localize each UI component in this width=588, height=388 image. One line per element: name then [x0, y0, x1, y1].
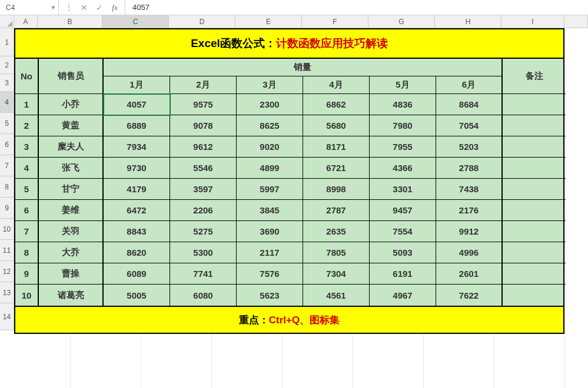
cell-name-2[interactable]: 黄盖 [39, 115, 104, 136]
column-header-F[interactable]: F [302, 15, 368, 28]
cell-name-7[interactable]: 关羽 [39, 221, 104, 242]
row-header-4[interactable]: 4 [0, 92, 14, 113]
header-salesperson[interactable]: 销售员 [39, 59, 104, 94]
row-header-2[interactable]: 2 [0, 56, 14, 74]
header-month-2[interactable]: 2月 [170, 76, 237, 94]
cell-r2-m3[interactable]: 8625 [237, 115, 303, 136]
header-remark[interactable]: 备注 [503, 59, 566, 94]
formula-input[interactable]: 4057 [125, 0, 588, 15]
header-month-1[interactable]: 1月 [104, 76, 170, 94]
row-header-3[interactable]: 3 [0, 74, 14, 92]
cell-r1-m4[interactable]: 6862 [303, 94, 370, 115]
cell-r1-m5[interactable]: 4836 [370, 94, 436, 115]
header-month-3[interactable]: 3月 [237, 76, 303, 94]
row-header-5[interactable]: 5 [0, 113, 14, 134]
header-sales[interactable]: 销量 [104, 59, 503, 76]
cell-remark-6[interactable] [503, 200, 566, 221]
cell-remark-10[interactable] [503, 285, 566, 306]
cell-r6-m2[interactable]: 2206 [170, 200, 237, 221]
cell-no-6[interactable]: 6 [15, 200, 39, 221]
enter-icon[interactable]: ✓ [92, 0, 107, 15]
cell-no-2[interactable]: 2 [15, 115, 39, 136]
column-header-H[interactable]: H [435, 15, 501, 28]
cell-r3-m6[interactable]: 5203 [436, 136, 503, 158]
cell-r8-m3[interactable]: 2117 [237, 242, 303, 263]
expand-icon[interactable]: ⋮ [61, 0, 77, 15]
cell-r8-m4[interactable]: 7805 [303, 242, 370, 263]
cell-r7-m4[interactable]: 2635 [303, 221, 370, 242]
header-no[interactable]: No [15, 59, 39, 94]
cell-r4-m1[interactable]: 9730 [104, 158, 170, 179]
header-month-6[interactable]: 6月 [436, 76, 503, 94]
cell-no-3[interactable]: 3 [15, 136, 39, 158]
cancel-icon[interactable]: ✕ [77, 0, 92, 15]
column-header-G[interactable]: G [368, 15, 435, 28]
cell-remark-8[interactable] [503, 242, 566, 263]
cell-r1-m3[interactable]: 2300 [237, 94, 303, 115]
cell-r5-m5[interactable]: 3301 [370, 179, 436, 200]
cell-r5-m3[interactable]: 5997 [237, 179, 303, 200]
cell-r9-m5[interactable]: 6191 [370, 263, 436, 285]
cell-r3-m2[interactable]: 9612 [170, 136, 237, 158]
column-header-I[interactable]: I [501, 15, 564, 28]
row-header-11[interactable]: 11 [0, 240, 14, 261]
cell-r2-m5[interactable]: 7980 [370, 115, 436, 136]
column-header-C[interactable]: C [102, 15, 169, 28]
cell-r2-m2[interactable]: 9078 [170, 115, 237, 136]
cell-r10-m3[interactable]: 5623 [237, 285, 303, 306]
header-month-5[interactable]: 5月 [370, 76, 436, 94]
cell-r1-m1[interactable]: 4057 [104, 94, 170, 115]
dropdown-icon[interactable]: ▼ [51, 5, 56, 11]
cell-no-10[interactable]: 10 [15, 285, 39, 306]
cell-r6-m3[interactable]: 3845 [237, 200, 303, 221]
cell-r4-m3[interactable]: 4899 [237, 158, 303, 179]
cell-r7-m1[interactable]: 8843 [104, 221, 170, 242]
row-header-9[interactable]: 9 [0, 198, 14, 219]
cell-r8-m1[interactable]: 8620 [104, 242, 170, 263]
name-box[interactable]: C4 ▼ [0, 0, 59, 15]
row-header-14[interactable]: 14 [0, 303, 14, 330]
cell-r5-m6[interactable]: 7438 [436, 179, 503, 200]
cell-r2-m6[interactable]: 7054 [436, 115, 503, 136]
column-header-D[interactable]: D [169, 15, 235, 28]
cell-r9-m6[interactable]: 2601 [436, 263, 503, 285]
cell-r3-m4[interactable]: 8171 [303, 136, 370, 158]
cell-r1-m2[interactable]: 9575 [170, 94, 237, 115]
cell-r4-m2[interactable]: 5546 [170, 158, 237, 179]
cell-no-8[interactable]: 8 [15, 242, 39, 263]
header-month-4[interactable]: 4月 [303, 76, 370, 94]
cell-no-1[interactable]: 1 [15, 94, 39, 115]
cell-r7-m6[interactable]: 9912 [436, 221, 503, 242]
column-header-blank[interactable] [564, 15, 588, 28]
cell-r7-m5[interactable]: 7554 [370, 221, 436, 242]
column-header-A[interactable]: A [14, 15, 38, 28]
cell-r6-m4[interactable]: 2787 [303, 200, 370, 221]
cell-r2-m4[interactable]: 5680 [303, 115, 370, 136]
row-header-1[interactable]: 1 [0, 28, 14, 56]
cell-r9-m4[interactable]: 7304 [303, 263, 370, 285]
column-header-B[interactable]: B [38, 15, 102, 28]
cell-r10-m1[interactable]: 5005 [104, 285, 170, 306]
cell-r6-m1[interactable]: 6472 [104, 200, 170, 221]
cell-no-4[interactable]: 4 [15, 158, 39, 179]
cell-r9-m3[interactable]: 7576 [237, 263, 303, 285]
cell-r4-m4[interactable]: 6721 [303, 158, 370, 179]
cell-remark-3[interactable] [503, 136, 566, 158]
cell-no-9[interactable]: 9 [15, 263, 39, 285]
column-header-E[interactable]: E [235, 15, 302, 28]
cell-r6-m5[interactable]: 9457 [370, 200, 436, 221]
cell-r8-m5[interactable]: 5093 [370, 242, 436, 263]
cell-r3-m1[interactable]: 7934 [104, 136, 170, 158]
cell-r9-m2[interactable]: 7741 [170, 263, 237, 285]
cell-r5-m1[interactable]: 4179 [104, 179, 170, 200]
cell-remark-2[interactable] [503, 115, 566, 136]
cell-r9-m1[interactable]: 6089 [104, 263, 170, 285]
cell-r3-m3[interactable]: 9020 [237, 136, 303, 158]
select-all-corner[interactable] [0, 15, 14, 28]
cell-name-3[interactable]: 糜夫人 [39, 136, 104, 158]
cell-name-9[interactable]: 曹操 [39, 263, 104, 285]
cell-name-4[interactable]: 张飞 [39, 158, 104, 179]
cell-r4-m5[interactable]: 4366 [370, 158, 436, 179]
cell-name-6[interactable]: 姜维 [39, 200, 104, 221]
fx-icon[interactable]: fx [107, 0, 122, 15]
